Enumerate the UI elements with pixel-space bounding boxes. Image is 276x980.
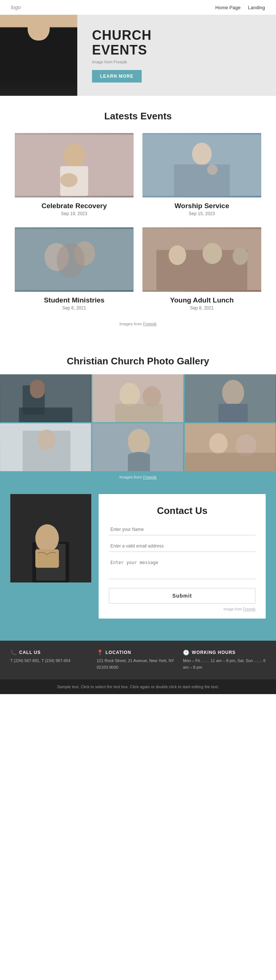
- svg-point-33: [128, 429, 150, 455]
- events-section: Latests Events Celebrate Recovery Sep 19…: [0, 96, 276, 341]
- footer-location: 📍 LOCATION 121 Rock Street, 21 Avenue, N…: [97, 649, 179, 671]
- svg-point-31: [38, 430, 56, 450]
- phone-icon: 📞: [10, 649, 17, 655]
- hero-learn-more-button[interactable]: LEARN MORE: [92, 70, 142, 83]
- gallery-image-4: [92, 423, 184, 471]
- location-icon: 📍: [97, 649, 103, 655]
- nav-landing-link[interactable]: Landing: [248, 5, 265, 10]
- logo: logo: [11, 5, 21, 10]
- event-date-0: Sep 19, 2023: [15, 211, 133, 216]
- gallery-image-3: [0, 423, 91, 471]
- event-name-3: Young Adult Lunch: [143, 296, 261, 304]
- gallery-freepik-link[interactable]: Freepik: [143, 475, 157, 479]
- svg-rect-37: [186, 453, 276, 471]
- hero-section: CHURCHEVENTS Image from Freepik LEARN MO…: [0, 15, 276, 96]
- event-name-1: Worship Service: [143, 202, 261, 210]
- hero-image: [0, 15, 77, 96]
- gallery-image-5: [185, 423, 276, 471]
- contact-submit-button[interactable]: Submit: [109, 588, 255, 603]
- svg-rect-20: [19, 407, 73, 422]
- clock-icon: 🕐: [183, 649, 190, 655]
- gallery-image-0: [0, 374, 91, 422]
- event-svg-0: [15, 133, 133, 197]
- svg-point-7: [207, 164, 218, 175]
- footer-call-title: 📞 CALL US: [10, 649, 93, 655]
- event-svg-3: [143, 228, 261, 292]
- gallery-grid: [0, 374, 276, 471]
- gallery-svg-2: [185, 374, 276, 422]
- svg-point-14: [168, 245, 186, 265]
- gallery-svg-4: [92, 423, 184, 471]
- events-grid: Celebrate Recovery Sep 19, 2023 Worship …: [0, 129, 276, 318]
- contact-image-credit: Image from Freepik: [109, 607, 255, 611]
- contact-section: HOLY BIBLE Contact Us Submit Image from …: [0, 479, 276, 641]
- contact-message-input[interactable]: [109, 557, 255, 579]
- svg-point-22: [120, 383, 140, 406]
- gallery-svg-3: [0, 423, 91, 471]
- hero-person-image: [0, 15, 77, 96]
- contact-title: Contact Us: [109, 505, 255, 517]
- events-footer: Images from Freepik: [0, 318, 276, 341]
- footer-location-title: 📍 LOCATION: [97, 649, 179, 655]
- gallery-svg-5: [185, 423, 276, 471]
- events-title: Latests Events: [0, 96, 276, 129]
- event-image-3: [143, 228, 261, 292]
- contact-form-container: Contact Us Submit Image from Freepik: [98, 494, 266, 619]
- footer-call-us: 📞 CALL US T (234) 567-891, T (234) 987-6…: [10, 649, 93, 671]
- nav-home-link[interactable]: Home Page: [215, 5, 241, 10]
- event-date-1: Sep 15, 2023: [143, 211, 261, 216]
- gallery-title: Christian Church Photo Gallery: [0, 341, 276, 374]
- svg-rect-19: [30, 380, 45, 398]
- contact-image: HOLY BIBLE: [10, 494, 91, 582]
- svg-point-3: [60, 173, 78, 187]
- svg-point-35: [209, 433, 228, 454]
- svg-rect-24: [115, 404, 163, 422]
- contact-name-input[interactable]: [109, 524, 255, 535]
- svg-point-11: [57, 243, 85, 278]
- event-image-1: [143, 133, 261, 197]
- nav-links: Home Page Landing: [215, 5, 265, 10]
- event-date-3: Sep 8, 2021: [143, 305, 261, 310]
- svg-point-16: [233, 248, 248, 265]
- gallery-section: Christian Church Photo Gallery: [0, 341, 276, 641]
- event-name-0: Celebrate Recovery: [15, 202, 133, 210]
- hero-content: CHURCHEVENTS Image from Freepik LEARN MO…: [77, 21, 276, 89]
- svg-rect-43: [35, 549, 59, 568]
- svg-point-15: [202, 243, 222, 264]
- contact-form: Submit: [109, 524, 255, 603]
- event-card-0: Celebrate Recovery Sep 19, 2023: [10, 129, 138, 224]
- svg-point-5: [192, 143, 212, 165]
- footer-call-content: T (234) 567-891, T (234) 987-654: [10, 658, 93, 664]
- svg-point-42: [35, 524, 59, 552]
- navigation: logo Home Page Landing: [0, 0, 276, 15]
- footer-bottom-text: Sample text. Click to select the text bo…: [57, 684, 219, 689]
- event-date-2: Sep 6, 2021: [15, 305, 133, 310]
- hero-title: CHURCHEVENTS: [92, 28, 261, 57]
- svg-point-1: [63, 143, 85, 168]
- footer-working-hours: 🕐 WORKING HOURS Mon – Fri …… 11 am – 8 p…: [183, 649, 266, 671]
- event-card-1: Worship Service Sep 15, 2023: [138, 129, 266, 224]
- event-image-2: [15, 228, 133, 292]
- footer-info: 📞 CALL US T (234) 567-891, T (234) 987-6…: [0, 641, 276, 679]
- event-svg-1: [143, 133, 261, 197]
- event-card-2: Student Ministries Sep 6, 2021: [10, 224, 138, 318]
- contact-svg: HOLY BIBLE: [10, 494, 91, 582]
- gallery-image-2: [185, 374, 276, 422]
- footer-hours-title: 🕐 WORKING HOURS: [183, 649, 266, 655]
- hero-image-credit: Image from Freepik: [92, 60, 261, 64]
- svg-rect-28: [186, 374, 276, 422]
- gallery-image-1: [92, 374, 184, 422]
- event-image-0: [15, 133, 133, 197]
- footer-bottom: Sample text. Click to select the text bo…: [0, 679, 276, 694]
- svg-point-23: [143, 386, 161, 407]
- footer-location-content: 121 Rock Street, 21 Avenue, New York, NY…: [97, 658, 179, 671]
- gallery-footer: Images from Freepik: [0, 471, 276, 479]
- contact-freepik-link[interactable]: Freepik: [243, 607, 255, 611]
- svg-rect-6: [174, 164, 230, 196]
- footer-hours-content: Mon – Fri …… 11 am – 8 pm, Sat. Sun …… 6…: [183, 658, 266, 671]
- gallery-svg-0: [0, 374, 91, 422]
- events-freepik-link[interactable]: Freepik: [143, 321, 157, 326]
- gallery-svg-1: [92, 374, 184, 422]
- contact-email-input[interactable]: [109, 541, 255, 552]
- event-name-2: Student Ministries: [15, 296, 133, 304]
